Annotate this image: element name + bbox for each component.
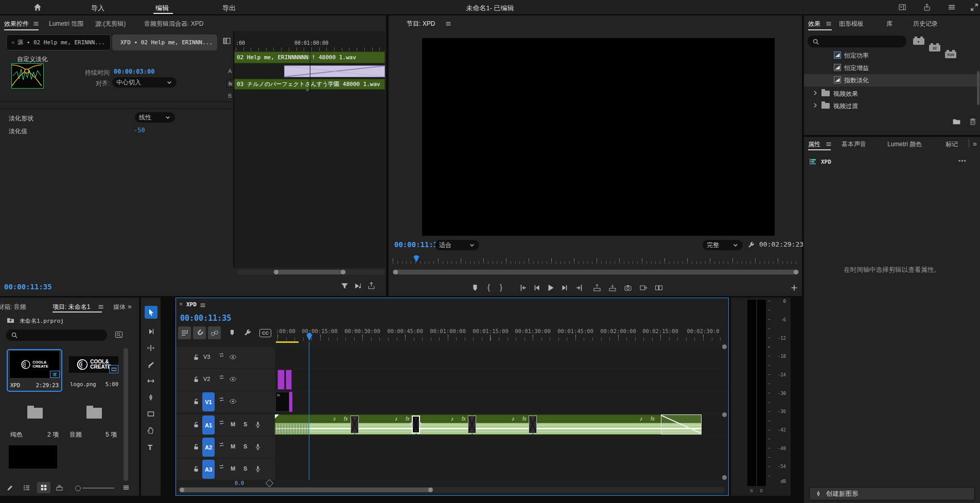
tool-razor[interactable] bbox=[147, 360, 155, 369]
mic-icon[interactable] bbox=[254, 465, 261, 473]
audio-gain-value[interactable]: 0.0 bbox=[235, 480, 244, 486]
split-view-icon[interactable] bbox=[222, 37, 231, 45]
tab-lumetri-color[interactable]: Lumetri 颜色 bbox=[887, 140, 922, 149]
track-head-a2[interactable]: A2 M S bbox=[176, 437, 275, 458]
audio-clip-segment[interactable]: ♪fx bbox=[355, 414, 416, 435]
go-to-out-icon[interactable] bbox=[575, 284, 583, 292]
clip-video-purple-small[interactable] bbox=[289, 392, 292, 412]
solo-button[interactable]: S bbox=[243, 465, 247, 472]
workspace-menu-icon[interactable] bbox=[948, 3, 956, 11]
sync-lock-icon[interactable] bbox=[218, 441, 225, 448]
clip-video-black[interactable]: fx bbox=[275, 392, 289, 412]
sync-lock-icon[interactable] bbox=[218, 374, 225, 380]
panel-menu-icon[interactable] bbox=[445, 21, 451, 27]
tab-media-browser[interactable]: 媒体 bbox=[113, 303, 126, 311]
track-content-a1[interactable]: ♪fx ♪fx ♪fx ♪fx ♪fx bbox=[275, 414, 729, 436]
tool-track-select-forward[interactable] bbox=[147, 327, 155, 336]
meter-solo-right[interactable]: S bbox=[760, 488, 763, 493]
program-panel-title[interactable]: 节目: XPD bbox=[407, 20, 435, 28]
timeline-timecode[interactable]: 00:00:11:35 bbox=[180, 314, 231, 323]
audio-clip-segment[interactable]: ♪fx bbox=[275, 414, 355, 435]
tab-history[interactable]: 历史记录 bbox=[913, 20, 938, 28]
export-icon[interactable] bbox=[367, 282, 376, 290]
tool-type[interactable]: T bbox=[148, 443, 152, 452]
add-marker-icon[interactable] bbox=[471, 284, 479, 292]
track-label-v2[interactable]: V2 bbox=[203, 376, 210, 382]
fade-shape-dropdown[interactable]: 线性 bbox=[135, 112, 175, 123]
solo-button[interactable]: S bbox=[243, 443, 247, 449]
mute-button[interactable]: M bbox=[231, 443, 235, 449]
track-head-v1[interactable]: V1 bbox=[176, 391, 275, 412]
nest-insert-button[interactable] bbox=[178, 326, 191, 339]
export-frame-icon[interactable] bbox=[624, 284, 632, 292]
linked-selection-button[interactable] bbox=[208, 326, 221, 339]
add-marker-icon[interactable] bbox=[229, 329, 236, 336]
accelerated-effects-icon[interactable]: ▸ bbox=[913, 38, 924, 45]
panel-menu-icon[interactable] bbox=[200, 302, 206, 308]
audio-crossfade[interactable] bbox=[529, 415, 537, 433]
track-content-a3[interactable] bbox=[275, 459, 729, 480]
play-button-icon[interactable] bbox=[546, 283, 555, 292]
track-content-a2[interactable] bbox=[275, 437, 729, 458]
align-dropdown[interactable]: 中心切入 bbox=[112, 77, 177, 88]
zoom-level-dropdown[interactable]: 适合 bbox=[435, 240, 479, 250]
track-badge-a2[interactable]: A2 bbox=[202, 438, 215, 457]
project-writable-icon[interactable] bbox=[6, 484, 14, 492]
eye-icon[interactable] bbox=[229, 397, 237, 405]
freeform-view-icon[interactable] bbox=[56, 484, 63, 492]
settings-wrench-icon[interactable] bbox=[747, 241, 755, 249]
snap-magnet-button[interactable] bbox=[193, 326, 206, 339]
mic-icon[interactable] bbox=[254, 421, 261, 428]
captions-icon[interactable]: CC bbox=[259, 329, 271, 337]
track-resize-handle[interactable] bbox=[722, 412, 727, 417]
tab-audio-clip-mixer[interactable]: 音频剪辑混合器: XPD bbox=[144, 20, 203, 28]
keyframe-toggle-icon[interactable] bbox=[266, 479, 274, 488]
mute-button[interactable]: M bbox=[231, 465, 235, 472]
track-content-v1[interactable]: fx bbox=[275, 391, 729, 412]
list-view-icon[interactable] bbox=[23, 484, 30, 492]
crossfade-region[interactable] bbox=[284, 65, 385, 77]
fx-badge[interactable]: fx bbox=[226, 80, 234, 88]
effect-item-exponential-fade[interactable]: 指数淡化 bbox=[804, 74, 980, 86]
tab-overflow-chevrons[interactable]: » bbox=[973, 140, 977, 148]
sync-lock-icon[interactable] bbox=[218, 352, 225, 358]
program-hscrollbar[interactable] bbox=[393, 269, 799, 275]
audio-clip-segment[interactable]: ♪fx bbox=[533, 414, 702, 435]
zoom-slider-track[interactable] bbox=[82, 488, 114, 489]
step-back-icon[interactable] bbox=[533, 284, 541, 292]
new-custom-bin-icon[interactable] bbox=[952, 117, 961, 126]
sync-lock-icon[interactable] bbox=[218, 463, 225, 470]
panel-menu-icon[interactable] bbox=[98, 304, 104, 310]
timeline-tab[interactable]: XPD bbox=[186, 301, 197, 308]
tab-effects[interactable]: 效果 bbox=[808, 20, 820, 28]
mark-out-icon[interactable]: } bbox=[500, 283, 502, 291]
track-content-v3[interactable] bbox=[275, 347, 729, 368]
project-folder-audio[interactable]: 音频 5 项 bbox=[68, 401, 120, 439]
panel-menu-icon[interactable] bbox=[826, 141, 832, 147]
tab-project[interactable]: 项目: 未命名1 bbox=[52, 303, 90, 311]
zoom-slider-knob[interactable] bbox=[75, 485, 81, 491]
timeline-ruler[interactable]: :00:00 00:00:15:00 00:00:30:00 00:00:45:… bbox=[275, 326, 725, 343]
panel-menu-icon[interactable] bbox=[33, 21, 39, 27]
sync-lock-icon[interactable] bbox=[218, 419, 225, 426]
go-to-in-icon[interactable] bbox=[519, 284, 528, 292]
mark-in-icon[interactable]: { bbox=[487, 283, 490, 291]
fullscreen-icon[interactable] bbox=[970, 3, 978, 11]
track-badge-a1[interactable]: A1 bbox=[202, 415, 215, 435]
delete-icon[interactable] bbox=[969, 117, 977, 126]
track-resize-handle[interactable] bbox=[722, 475, 727, 480]
timeline-settings-wrench-icon[interactable] bbox=[243, 328, 252, 337]
audio-crossfade[interactable] bbox=[351, 415, 359, 433]
track-head-a3[interactable]: A3 M S bbox=[176, 459, 275, 480]
effect-item-constant-power[interactable]: 恒定功率 bbox=[804, 49, 978, 62]
track-head-v3[interactable]: V3 bbox=[176, 347, 275, 368]
effect-item-constant-gain[interactable]: 恒定增益 bbox=[804, 62, 978, 74]
insert-icon[interactable] bbox=[639, 284, 647, 292]
project-item-partial[interactable] bbox=[9, 445, 57, 469]
timeline-hscrollbar[interactable] bbox=[178, 487, 725, 493]
tab-source-monitor[interactable]: 源:(无剪辑) bbox=[95, 20, 126, 28]
meter-solo-left[interactable]: S bbox=[750, 488, 753, 493]
tab-bin-audio[interactable]: 素材箱: 音频 bbox=[0, 303, 26, 311]
sync-lock-icon[interactable] bbox=[218, 396, 225, 403]
panel-menu-icon[interactable] bbox=[826, 21, 832, 27]
